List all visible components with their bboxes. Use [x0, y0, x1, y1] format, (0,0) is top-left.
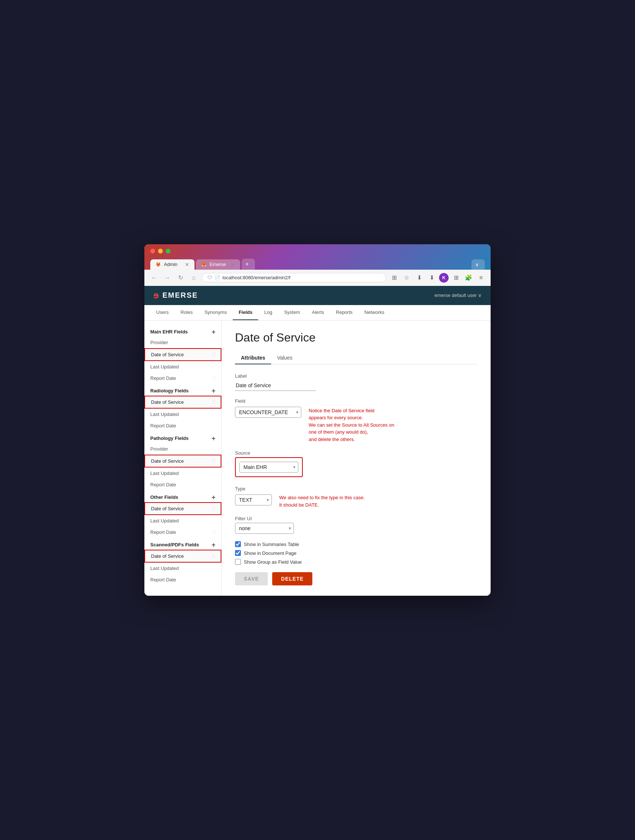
apps-button[interactable]: ⊞: [389, 273, 399, 283]
sidebar-item-lastupdated-scanned[interactable]: Last Updated: [144, 562, 221, 574]
sidebar-item-reportdate-other[interactable]: Report Date ::: [144, 526, 221, 538]
add-other-button[interactable]: +: [211, 494, 216, 501]
sidebar-item-lastupdated-radiology[interactable]: Last Updated: [144, 409, 221, 420]
delete-button[interactable]: DELETE: [272, 572, 312, 586]
sidebar-item-label: Report Date: [150, 577, 176, 583]
new-tab-button[interactable]: +: [242, 259, 255, 270]
security-icon: 🛡: [207, 275, 212, 280]
address-bar[interactable]: 🛡 📄 localhost:8080/emerse/admin2/f: [202, 273, 386, 282]
filter-ui-select-wrapper: none ▾: [235, 523, 294, 534]
label-field-input[interactable]: [235, 380, 316, 391]
add-main-ehr-button[interactable]: +: [211, 328, 216, 335]
browser-tabs: 🦊 Admin ✕ 🦊 Emerse ✕ + ∨: [150, 259, 485, 270]
checkbox-document[interactable]: [235, 550, 241, 556]
nav-roles[interactable]: Roles: [175, 305, 199, 320]
extensions2-button[interactable]: 🧩: [463, 273, 474, 283]
download-button[interactable]: ⬇: [427, 273, 437, 283]
tab-close-button[interactable]: ✕: [185, 262, 189, 267]
active-tab[interactable]: 🦊 Admin ✕: [150, 259, 194, 270]
browser-titlebar: 🦊 Admin ✕ 🦊 Emerse ✕ + ∨: [144, 244, 491, 270]
save-button: SAVE: [235, 572, 268, 586]
nav-system[interactable]: System: [278, 305, 306, 320]
app-nav: Users Roles Synonyms Fields Log System A…: [144, 305, 491, 321]
sidebar-item-label: Report Date: [150, 482, 176, 488]
back-button[interactable]: ←: [149, 273, 159, 283]
nav-log[interactable]: Log: [258, 305, 278, 320]
checkbox-document-label: Show in Document Page: [244, 550, 296, 556]
sidebar-item-lastupdated-other[interactable]: Last Updated: [144, 515, 221, 526]
tab-attributes[interactable]: Attributes: [235, 352, 271, 365]
sidebar-item-lastupdated-pathology[interactable]: Last Updated: [144, 467, 221, 479]
filter-ui-select[interactable]: none: [235, 523, 294, 534]
sidebar-item-label: Date of Service: [151, 458, 184, 464]
menu-button[interactable]: ≡: [476, 273, 486, 283]
source-field-group: Source Main EHR ▾: [235, 450, 477, 478]
field-select-wrapper: ENCOUNTER_DATE ▾: [235, 407, 301, 418]
sidebar-item-reportdate-pathology[interactable]: Report Date: [144, 479, 221, 490]
sidebar-item-lastupdated-main[interactable]: Last Updated: [144, 361, 221, 373]
nav-networks[interactable]: Networks: [358, 305, 390, 320]
add-scanned-button[interactable]: +: [211, 542, 216, 548]
source-select[interactable]: Main EHR: [240, 462, 298, 473]
user-avatar[interactable]: K: [439, 273, 449, 283]
tab-chevron[interactable]: ∨: [471, 259, 485, 270]
section-label-radiology: Radiology Fields: [150, 388, 189, 393]
nav-synonyms[interactable]: Synonyms: [199, 305, 233, 320]
new-tab-icon: +: [245, 261, 249, 267]
nav-alerts[interactable]: Alerts: [306, 305, 330, 320]
refresh-button[interactable]: ↻: [175, 273, 186, 283]
star-button[interactable]: ☆: [402, 273, 412, 283]
field-annotation: Notice the Date of Service field appears…: [309, 407, 394, 443]
checkbox-group-field[interactable]: [235, 559, 241, 565]
add-radiology-button[interactable]: +: [211, 388, 216, 394]
tab-values[interactable]: Values: [271, 352, 298, 365]
sidebar-item-dos-main[interactable]: Date of Service ::: [144, 348, 221, 361]
main-panel: Date of Service Attributes Values Label …: [222, 321, 491, 596]
minimize-dot[interactable]: [158, 249, 163, 253]
maximize-dot[interactable]: [166, 249, 170, 253]
field-select[interactable]: ENCOUNTER_DATE: [235, 407, 301, 418]
section-header-scanned: Scanned/PDFs Fields +: [144, 538, 221, 550]
nav-fields[interactable]: Fields: [233, 305, 258, 320]
sidebar-item-reportdate-main[interactable]: Report Date ::: [144, 373, 221, 384]
close-dot[interactable]: [150, 249, 155, 253]
address-text: localhost:8080/emerse/admin2/f: [222, 275, 290, 280]
nav-reports[interactable]: Reports: [330, 305, 359, 320]
checkbox-row-document: Show in Document Page: [235, 550, 477, 556]
app-logo: ɘ EMERSE: [153, 290, 198, 301]
extensions-button[interactable]: ⊞: [451, 273, 461, 283]
sidebar-item-provider-main[interactable]: Provider: [144, 337, 221, 348]
label-field-group: Label: [235, 373, 477, 391]
inactive-tab[interactable]: 🦊 Emerse ✕: [196, 259, 240, 270]
sidebar-item-dos-scanned[interactable]: Date of Service ::: [144, 550, 221, 562]
browser-window: 🦊 Admin ✕ 🦊 Emerse ✕ + ∨ ← → ↻ ⌂ 🛡 📄: [144, 244, 491, 596]
sidebar-item-dos-other[interactable]: Date of Service ::: [144, 502, 221, 515]
checkbox-group: Show in Summaries Table Show in Document…: [235, 541, 477, 565]
type-select-dropdown: TEXT ▾: [235, 494, 272, 505]
inactive-tab-close[interactable]: ✕: [230, 262, 235, 267]
checkbox-row-group: Show Group as Field Value: [235, 559, 477, 565]
drag-handle: ::: [213, 529, 216, 535]
sidebar-item-label: Date of Service: [151, 506, 184, 512]
sidebar-item-dos-radiology[interactable]: Date of Service ::: [144, 396, 221, 409]
sidebar-item-dos-pathology[interactable]: Date of Service ::: [144, 455, 221, 467]
sidebar-item-provider-pathology[interactable]: Provider: [144, 443, 221, 455]
add-pathology-button[interactable]: +: [211, 435, 216, 442]
section-label-pathology: Pathology Fields: [150, 436, 189, 441]
user-menu[interactable]: emerse default user ∨: [434, 292, 482, 298]
type-select[interactable]: TEXT: [235, 494, 272, 505]
home-button[interactable]: ⌂: [189, 273, 199, 283]
sidebar: Main EHR Fields + Provider Date of Servi…: [144, 321, 222, 596]
section-header-main-ehr: Main EHR Fields +: [144, 325, 221, 337]
checkbox-summaries[interactable]: [235, 541, 241, 547]
type-annotation: We also need to fix the type in this cas…: [279, 494, 365, 508]
form-tabs: Attributes Values: [235, 352, 477, 365]
sidebar-item-reportdate-scanned[interactable]: Report Date: [144, 574, 221, 586]
forward-button[interactable]: →: [162, 273, 172, 283]
drag-handle: ::: [212, 506, 215, 511]
pocket-button[interactable]: ⬇: [414, 273, 424, 283]
sidebar-item-reportdate-radiology[interactable]: Report Date: [144, 420, 221, 431]
inactive-tab-label: Emerse: [210, 262, 226, 267]
sidebar-item-label: Report Date: [150, 529, 176, 535]
nav-users[interactable]: Users: [150, 305, 175, 320]
